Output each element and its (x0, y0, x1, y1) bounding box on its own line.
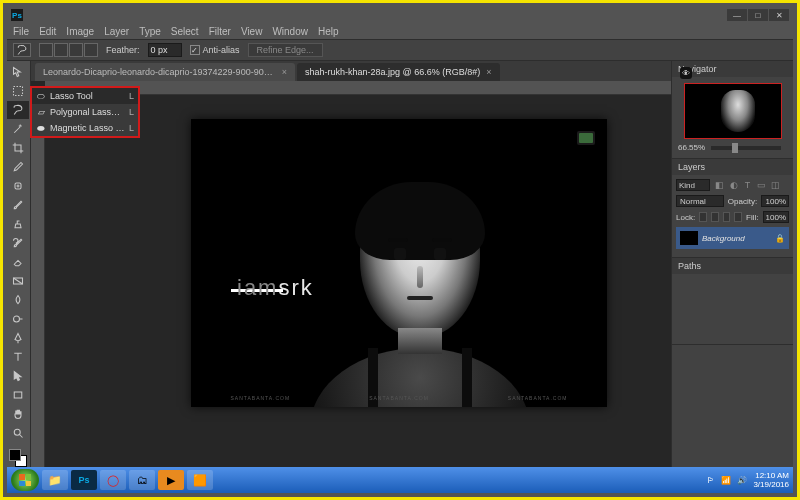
taskbar-folder-icon[interactable]: 🗂 (129, 470, 155, 490)
lock-transparency-button[interactable] (699, 212, 707, 222)
brush-tool[interactable] (7, 196, 29, 214)
taskbar-explorer-icon[interactable]: 📁 (42, 470, 68, 490)
tray-volume-icon[interactable]: 🔊 (737, 476, 747, 485)
marquee-tool[interactable] (7, 82, 29, 100)
paths-panel-header[interactable]: Paths (672, 258, 793, 274)
taskbar-media-player-icon[interactable]: ▶ (158, 470, 184, 490)
menu-select[interactable]: Select (171, 26, 199, 37)
tray-flag-icon[interactable]: 🏳 (707, 476, 715, 485)
magic-wand-tool[interactable] (7, 120, 29, 138)
dodge-tool[interactable] (7, 310, 29, 328)
lock-pixels-button[interactable] (711, 212, 719, 222)
taskbar-opera-icon[interactable]: ◯ (100, 470, 126, 490)
navigator-thumbnail[interactable] (684, 83, 782, 139)
filter-smart-icon[interactable]: ◫ (770, 180, 781, 190)
filter-adjust-icon[interactable]: ◐ (728, 180, 739, 190)
flyout-lasso-tool[interactable]: ⬭ Lasso Tool L (32, 88, 138, 104)
layer-name[interactable]: Background (702, 234, 771, 243)
antialias-checkbox[interactable]: ✓Anti-alias (190, 45, 240, 56)
foreground-color-chip[interactable] (9, 449, 21, 461)
flyout-item-shortcut: L (129, 91, 134, 101)
taskbar-photoshop-icon[interactable]: Ps (71, 470, 97, 490)
layer-thumbnail[interactable] (680, 231, 698, 245)
tab-label: shah-rukh-khan-28a.jpg @ 66.6% (RGB/8#) (305, 67, 480, 77)
gradient-tool[interactable] (7, 272, 29, 290)
filter-pixel-icon[interactable]: ◧ (714, 180, 725, 190)
system-clock[interactable]: 12:10 AM 3/19/2016 (753, 471, 789, 489)
lasso-icon: ⬭ (36, 91, 46, 102)
menu-view[interactable]: View (241, 26, 263, 37)
taskbar-app-icon[interactable]: 🟧 (187, 470, 213, 490)
crop-tool[interactable] (7, 139, 29, 157)
pen-tool[interactable] (7, 329, 29, 347)
history-brush-tool[interactable] (7, 234, 29, 252)
lasso-tool[interactable] (7, 101, 29, 119)
tray-network-icon[interactable]: 📶 (721, 476, 731, 485)
watermark-prefix: iam (237, 275, 278, 300)
lock-label: Lock: (676, 213, 695, 222)
flyout-item-label: Polygonal Lasso Tool (50, 107, 125, 117)
flyout-magnetic-lasso-tool[interactable]: ⬬ Magnetic Lasso Tool L (32, 120, 138, 136)
close-button[interactable]: ✕ (769, 9, 789, 21)
zoom-tool[interactable] (7, 424, 29, 442)
tool-preset-picker[interactable] (13, 43, 31, 57)
start-button[interactable] (11, 469, 39, 491)
svg-point-3 (14, 316, 20, 322)
layer-item-background[interactable]: 👁 Background 🔒 (676, 227, 789, 249)
menu-layer[interactable]: Layer (104, 26, 129, 37)
minimize-button[interactable]: — (727, 9, 747, 21)
color-chips[interactable] (7, 447, 29, 469)
hand-tool[interactable] (7, 405, 29, 423)
canvas-badge-icon (577, 131, 595, 145)
document-tab-active[interactable]: shah-rukh-khan-28a.jpg @ 66.6% (RGB/8#) … (297, 63, 500, 81)
flyout-polygonal-lasso-tool[interactable]: ▱ Polygonal Lasso Tool L (32, 104, 138, 120)
document-tab-inactive[interactable]: Leonardo-Dicaprio-leonardo-dicaprio-1937… (35, 63, 295, 81)
menu-image[interactable]: Image (66, 26, 94, 37)
filter-shape-icon[interactable]: ▭ (756, 180, 767, 190)
selection-mode-group (39, 43, 98, 57)
layers-panel-header[interactable]: Layers (672, 159, 793, 175)
selection-new[interactable] (39, 43, 53, 57)
fill-field[interactable]: 100% (763, 211, 789, 223)
selection-add[interactable] (54, 43, 68, 57)
refine-edge-button[interactable]: Refine Edge... (248, 43, 323, 57)
healing-brush-tool[interactable] (7, 177, 29, 195)
type-tool[interactable] (7, 348, 29, 366)
selection-subtract[interactable] (69, 43, 83, 57)
blur-tool[interactable] (7, 291, 29, 309)
polygonal-lasso-icon: ▱ (36, 107, 46, 117)
feather-input[interactable]: 0 px (148, 43, 182, 57)
menu-filter[interactable]: Filter (209, 26, 231, 37)
menu-window[interactable]: Window (272, 26, 308, 37)
move-tool[interactable] (7, 63, 29, 81)
layer-kind-dropdown[interactable]: Kind (676, 179, 710, 191)
rectangle-tool[interactable] (7, 386, 29, 404)
tab-close-icon[interactable]: × (486, 67, 491, 77)
maximize-button[interactable]: □ (748, 9, 768, 21)
navigator-zoom-slider[interactable] (711, 146, 781, 150)
lock-all-button[interactable] (734, 212, 742, 222)
selection-intersect[interactable] (84, 43, 98, 57)
menu-file[interactable]: File (13, 26, 29, 37)
portrait-image (360, 188, 480, 338)
lock-position-button[interactable] (723, 212, 731, 222)
menu-edit[interactable]: Edit (39, 26, 56, 37)
clock-time: 12:10 AM (753, 471, 789, 480)
opacity-field[interactable]: 100% (761, 195, 789, 207)
opacity-label: Opacity: (728, 197, 757, 206)
path-selection-tool[interactable] (7, 367, 29, 385)
paths-panel: Paths (672, 258, 793, 345)
menu-type[interactable]: Type (139, 26, 161, 37)
filter-type-icon[interactable]: T (742, 180, 753, 190)
visibility-eye-icon[interactable]: 👁 (680, 67, 692, 79)
eyedropper-tool[interactable] (7, 158, 29, 176)
document-canvas[interactable]: iamsrk (191, 119, 607, 407)
menu-help[interactable]: Help (318, 26, 339, 37)
check-icon: ✓ (190, 45, 200, 55)
eraser-tool[interactable] (7, 253, 29, 271)
canvas-area[interactable]: iamsrk (31, 81, 671, 475)
flyout-item-shortcut: L (129, 123, 134, 133)
blend-mode-dropdown[interactable]: Normal (676, 195, 724, 207)
clone-stamp-tool[interactable] (7, 215, 29, 233)
tab-close-icon[interactable]: × (282, 67, 287, 77)
